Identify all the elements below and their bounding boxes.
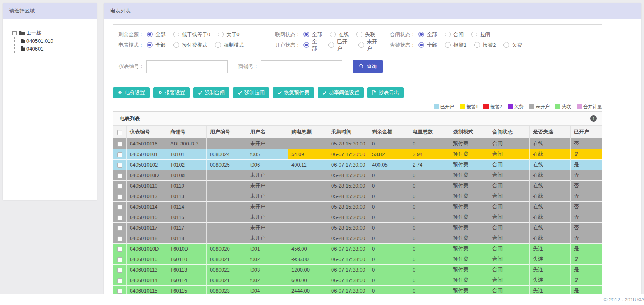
radio-option[interactable]: 失联 — [356, 31, 375, 38]
row-checkbox[interactable] — [117, 278, 122, 283]
row-checkbox[interactable] — [117, 289, 122, 294]
action-button[interactable]: 恢复预付费 — [273, 87, 314, 98]
select-all-checkbox[interactable] — [117, 130, 122, 135]
action-button[interactable]: 强制拉闸 — [233, 87, 269, 98]
radio-option[interactable]: 在线 — [330, 31, 349, 38]
shop-no-input[interactable] — [261, 60, 342, 73]
radio-icon[interactable] — [218, 32, 224, 37]
radio-icon[interactable] — [147, 42, 153, 48]
column-header: 合闸状态 — [489, 126, 530, 138]
radio-option[interactable]: 全部 — [303, 31, 322, 38]
action-button[interactable]: 强制合闸 — [193, 87, 229, 98]
query-button[interactable]: 查询 — [353, 60, 383, 73]
row-checkbox[interactable] — [117, 152, 122, 157]
row-checkbox[interactable] — [117, 142, 122, 147]
tree-leaf-node[interactable]: 040601 — [15, 45, 97, 53]
radio-icon[interactable] — [445, 42, 451, 48]
tree-collapse-icon[interactable] — [12, 31, 17, 35]
row-checkbox[interactable] — [117, 247, 122, 252]
radio-icon[interactable] — [215, 42, 221, 48]
row-checkbox[interactable] — [117, 215, 122, 220]
cell: 合闸 — [489, 191, 530, 202]
row-checkbox[interactable] — [117, 205, 122, 210]
radio-icon[interactable] — [147, 32, 153, 37]
row-checkbox[interactable] — [117, 257, 122, 262]
radio-icon[interactable] — [474, 42, 480, 48]
radio-icon[interactable] — [358, 42, 364, 48]
radio-option[interactable]: 报警1 — [445, 42, 466, 49]
radio-option[interactable]: 合闸 — [445, 31, 464, 38]
radio-option[interactable]: 全部 — [303, 38, 321, 52]
collapse-up-icon[interactable]: ↑ — [590, 115, 597, 122]
radio-icon[interactable] — [173, 32, 179, 37]
cell: 未开户 — [247, 170, 288, 181]
row-checkbox[interactable] — [117, 194, 122, 199]
radio-option[interactable]: 低于或等于0 — [173, 31, 210, 38]
row-checkbox[interactable] — [117, 163, 122, 168]
cell: 0 — [409, 254, 450, 265]
cell: 1200.00 — [288, 265, 328, 275]
action-button[interactable]: 电价设置 — [113, 87, 150, 98]
radio-option[interactable]: 全部 — [147, 42, 166, 49]
radio-icon[interactable] — [445, 32, 451, 37]
radio-option[interactable]: 大于0 — [218, 31, 239, 38]
radio-icon[interactable] — [303, 42, 309, 48]
action-button[interactable]: 抄表导出 — [367, 87, 404, 98]
radio-option[interactable]: 强制模式 — [215, 42, 244, 49]
cell: 0 — [369, 265, 409, 275]
cell: 05-28 15:30:00 — [328, 233, 369, 244]
radio-icon[interactable] — [330, 32, 336, 37]
row-checkbox[interactable] — [117, 236, 122, 241]
cell: 在线 — [530, 138, 571, 149]
meter-table-panel: 电表列表 ↑ 仪表编号商铺号用户编号用户名购电总额采集时间剩余金额电量总数强制模… — [113, 111, 602, 296]
meter-no-input[interactable] — [146, 60, 228, 73]
radio-option[interactable]: 未开户 — [358, 38, 380, 52]
radio-option-label: 欠费 — [512, 42, 522, 49]
radio-icon[interactable] — [418, 42, 424, 48]
radio-option-label: 大于0 — [226, 31, 239, 38]
cell: 失连 — [530, 254, 571, 265]
filter-group-label: 剩余金额： — [113, 31, 144, 38]
radio-option[interactable]: 欠费 — [503, 42, 522, 49]
radio-icon[interactable] — [503, 42, 509, 48]
table-row: 0405010102T01020080025t006400.1106-07 17… — [113, 160, 602, 170]
row-checkbox[interactable] — [117, 268, 122, 273]
check-icon — [198, 91, 202, 95]
tree-leaf-node[interactable]: 040501:010 — [15, 37, 97, 45]
radio-option[interactable]: 全部 — [418, 31, 437, 38]
action-button[interactable]: 报警设置 — [153, 87, 190, 98]
tree-root-label[interactable]: 1:一栋 — [27, 30, 41, 37]
row-checkbox[interactable] — [117, 184, 122, 189]
cell: 54.09 — [288, 149, 328, 160]
radio-icon[interactable] — [356, 32, 362, 37]
tree-leaf-label[interactable]: 040501:010 — [26, 38, 53, 44]
row-checkbox[interactable] — [117, 226, 122, 231]
radio-icon[interactable] — [173, 42, 179, 48]
cell: 0405010118 — [127, 233, 167, 244]
radio-option[interactable]: 报警2 — [474, 42, 496, 49]
tree-root-node[interactable]: 1:一栋 — [12, 29, 97, 37]
radio-option[interactable]: 已开户 — [328, 38, 350, 52]
meter-no-label: 仪表编号： — [119, 63, 144, 70]
file-icon — [21, 46, 25, 51]
row-checkbox[interactable] — [117, 173, 122, 178]
cell: 0405010116 — [127, 138, 167, 149]
cell: T60114 — [167, 275, 207, 286]
radio-option[interactable]: 全部 — [418, 42, 437, 49]
legend-swatch — [483, 104, 489, 109]
radio-option[interactable]: 预付费模式 — [173, 42, 207, 49]
cell: 未开户 — [247, 191, 288, 202]
radio-option[interactable]: 拉闸 — [471, 31, 490, 38]
cell: 否 — [571, 138, 602, 149]
radio-option[interactable]: 全部 — [147, 31, 166, 38]
tree-leaf-label[interactable]: 040601 — [26, 46, 43, 52]
radio-icon[interactable] — [303, 32, 309, 37]
cell: 合闸 — [489, 170, 530, 181]
radio-icon[interactable] — [471, 32, 477, 37]
cell: T0114 — [167, 202, 207, 212]
radio-icon[interactable] — [418, 32, 424, 37]
doc-icon — [372, 90, 376, 95]
action-button[interactable]: 功率阈值设置 — [318, 87, 364, 98]
radio-icon[interactable] — [328, 42, 334, 48]
cell: 在线 — [530, 170, 571, 181]
